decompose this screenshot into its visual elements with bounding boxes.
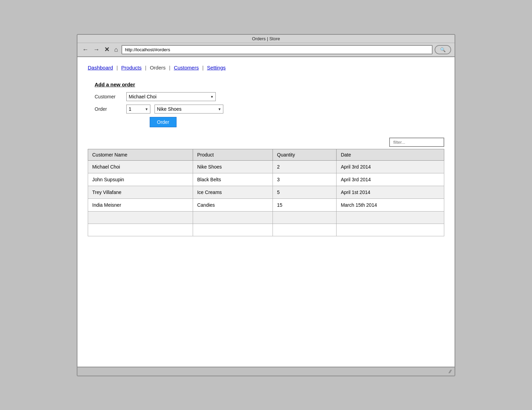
tab-orders: Orders: [150, 64, 166, 71]
nav-tabs: Dashboard | Products | Orders | Customer…: [88, 64, 444, 71]
cell-empty: [337, 224, 444, 236]
table-row: Trey VillafaneIce Creams5April 1st 2014: [88, 186, 444, 198]
quantity-select[interactable]: 1: [126, 105, 150, 114]
product-select-wrapper: Nike Shoes: [155, 105, 223, 114]
cell-date: April 3rd 2014: [337, 173, 444, 186]
quantity-select-wrapper: 1: [126, 105, 150, 114]
filter-row: [88, 138, 444, 147]
cell-empty: [337, 211, 444, 224]
cell-product: Black Belts: [193, 173, 273, 186]
table-row-empty: [88, 211, 444, 224]
nav-bar: ← → ✕ ⌂ 🔍: [77, 43, 455, 57]
form-title: Add a new order: [95, 82, 444, 87]
customer-label: Customer: [95, 94, 122, 99]
search-icon: 🔍: [440, 47, 446, 52]
cell-empty: [273, 211, 337, 224]
customer-row: Customer Michael Choi: [95, 92, 444, 101]
tab-dashboard[interactable]: Dashboard: [88, 64, 113, 71]
table-row: India MeisnerCandies15March 15th 2014: [88, 198, 444, 211]
table-header-row: Customer Name Product Quantity Date: [88, 149, 444, 160]
order-button[interactable]: Order: [150, 117, 177, 127]
add-order-form: Add a new order Customer Michael Choi Or…: [95, 82, 444, 127]
page-title: Orders | Store: [252, 36, 280, 41]
cell-product: Nike Shoes: [193, 160, 273, 173]
status-bar: ∕∕: [77, 367, 455, 376]
cell-empty: [88, 211, 193, 224]
forward-button[interactable]: →: [92, 46, 101, 53]
tab-customers[interactable]: Customers: [174, 64, 199, 71]
tab-products[interactable]: Products: [121, 64, 141, 71]
cell-quantity: 3: [273, 173, 337, 186]
filter-input[interactable]: [389, 138, 444, 147]
order-label: Order: [95, 106, 122, 112]
cell-empty: [88, 224, 193, 236]
product-select[interactable]: Nike Shoes: [155, 105, 223, 114]
stop-button[interactable]: ✕: [103, 46, 111, 53]
back-button[interactable]: ←: [81, 46, 90, 53]
tab-settings[interactable]: Settings: [207, 64, 226, 71]
title-bar: Orders | Store: [77, 35, 455, 43]
separator-4: |: [202, 65, 204, 71]
cell-date: March 15th 2014: [337, 198, 444, 211]
col-customer-name: Customer Name: [88, 149, 193, 160]
cell-product: Candies: [193, 198, 273, 211]
cell-quantity: 2: [273, 160, 337, 173]
order-btn-row: Order: [95, 117, 444, 127]
cell-date: April 1st 2014: [337, 186, 444, 198]
home-button[interactable]: ⌂: [113, 46, 119, 53]
content-area: Dashboard | Products | Orders | Customer…: [77, 57, 455, 367]
cell-empty: [273, 224, 337, 236]
cell-date: April 3rd 2014: [337, 160, 444, 173]
search-button[interactable]: 🔍: [435, 45, 451, 54]
orders-table: Customer Name Product Quantity Date Mich…: [88, 149, 444, 236]
browser-window: Orders | Store ← → ✕ ⌂ 🔍 Dashboard | Pro…: [77, 34, 455, 376]
cell-customer: John Supsupin: [88, 173, 193, 186]
cell-quantity: 15: [273, 198, 337, 211]
cell-empty: [193, 211, 273, 224]
table-section: Customer Name Product Quantity Date Mich…: [88, 138, 444, 236]
table-row: John SupsupinBlack Belts3April 3rd 2014: [88, 173, 444, 186]
order-row: Order 1 Nike Shoes: [95, 105, 444, 114]
table-row: Michael ChoiNike Shoes2April 3rd 2014: [88, 160, 444, 173]
table-row-empty: [88, 224, 444, 236]
col-product: Product: [193, 149, 273, 160]
customer-select[interactable]: Michael Choi: [126, 92, 216, 101]
cell-product: Ice Creams: [193, 186, 273, 198]
cell-empty: [193, 224, 273, 236]
separator-3: |: [169, 65, 170, 71]
col-quantity: Quantity: [273, 149, 337, 160]
separator-2: |: [145, 65, 147, 71]
resize-icon: ∕∕: [449, 369, 451, 374]
cell-customer: Trey Villafane: [88, 186, 193, 198]
cell-customer: Michael Choi: [88, 160, 193, 173]
customer-select-wrapper: Michael Choi: [126, 92, 216, 101]
cell-quantity: 5: [273, 186, 337, 198]
separator-1: |: [116, 65, 118, 71]
url-bar[interactable]: [121, 45, 433, 54]
cell-customer: India Meisner: [88, 198, 193, 211]
col-date: Date: [337, 149, 444, 160]
